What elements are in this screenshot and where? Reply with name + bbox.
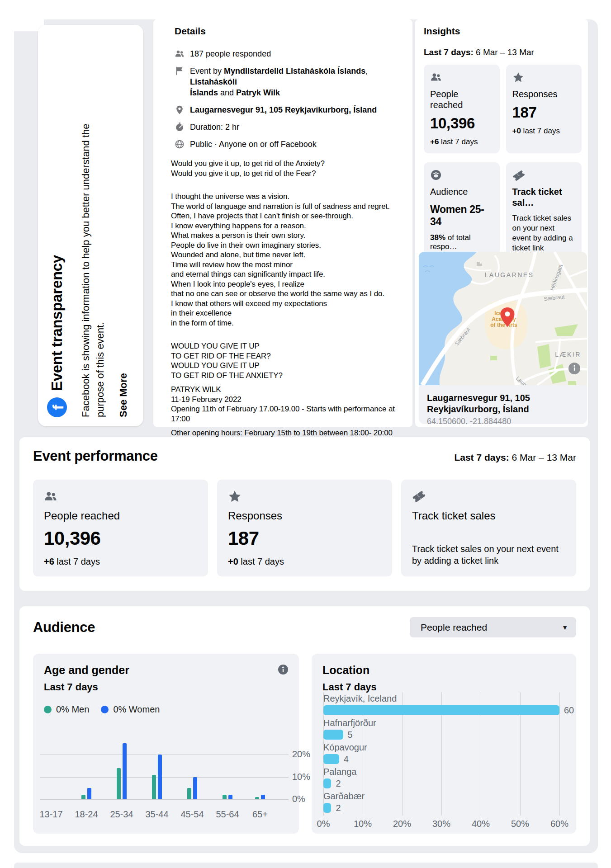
info-icon[interactable] <box>277 664 289 675</box>
details-panel: Details 187 people responded Event by My… <box>153 19 412 427</box>
location-value: 2 <box>336 803 341 813</box>
location-value: 5 <box>348 730 353 740</box>
age-gender-plot: 0%10%20%13-1718-2425-3435-4445-5455-6465… <box>33 722 299 834</box>
x-axis-label: 20% <box>388 819 416 829</box>
insight-card-audience[interactable]: Audience Women 25-34 38% of total respo… <box>424 162 500 260</box>
map-card: LAUGARNES LÆKIR Sæbraut Sæbraut Héðinsga… <box>419 252 587 424</box>
metric-dropdown-value: People reached <box>421 622 487 633</box>
map-address: Laugarnesvegur 91, 105 Reykjavíkurborg, … <box>427 392 579 415</box>
card-value: 187 <box>512 104 576 121</box>
map-area-label: LAUGARNES <box>485 271 534 278</box>
details-heading: Details <box>175 26 402 37</box>
ticket-icon <box>412 490 565 503</box>
globe-icon <box>175 139 185 149</box>
men-legend-dot <box>44 706 52 713</box>
x-axis-label: 0% <box>310 819 337 829</box>
performance-period: Last 7 days: 6 Mar – 13 Mar <box>454 452 576 463</box>
event-description-paragraph: I thought the universe was a vision. The… <box>171 192 402 328</box>
insight-card-ticket-sales[interactable]: Track ticket sal… Track ticket sales on … <box>506 162 582 260</box>
insights-period: Last 7 days: 6 Mar – 13 Mar <box>424 47 582 57</box>
location-pin-icon <box>175 105 185 115</box>
flag-icon <box>175 66 185 76</box>
women-bar <box>158 755 162 799</box>
card-delta: +0 last 7 days <box>512 127 576 136</box>
legend-item-women: 0% Women <box>101 704 160 715</box>
x-axis-label: 30% <box>428 819 455 829</box>
men-bar <box>117 768 121 799</box>
metric-dropdown[interactable]: People reached ▼ <box>410 617 576 637</box>
insight-card-people-reached[interactable]: People reached 10,396 +6 last 7 days <box>424 65 500 153</box>
audience-paw-icon <box>430 169 493 181</box>
performance-card-ticket-sales[interactable]: Track ticket sales Track ticket sales on… <box>401 480 576 576</box>
x-axis-label: 55-64 <box>209 809 246 820</box>
location-label: Reykjavík, Iceland <box>323 693 397 704</box>
insights-card-grid: People reached 10,396 +6 last 7 days Res… <box>424 65 582 260</box>
card-title: People reached <box>430 89 493 110</box>
detail-row-duration: Duration: 2 hr <box>175 122 402 132</box>
stopwatch-icon <box>175 122 185 132</box>
transparency-see-more-link[interactable]: See More <box>118 34 129 417</box>
age-gender-chart-card: Age and gender Last 7 days 0% Men 0% Wom… <box>33 654 299 834</box>
men-bar <box>223 795 227 799</box>
location-label: Garðabær <box>323 791 365 802</box>
location-plot: 0%10%20%30%40%50%60%Reykjavík, Iceland60… <box>312 690 576 834</box>
women-bar <box>261 795 265 799</box>
women-bar <box>228 795 232 799</box>
location-bar <box>323 778 331 788</box>
insight-card-responses[interactable]: Responses 187 +0 last 7 days <box>506 65 582 153</box>
card-delta: +6 last 7 days <box>430 137 493 146</box>
chevron-down-icon: ▼ <box>562 624 568 631</box>
card-title: Responses <box>228 509 381 522</box>
card-title: People reached <box>44 509 197 522</box>
ticket-icon <box>512 169 576 181</box>
card-value: 187 <box>228 528 381 549</box>
y-axis-label: 0% <box>292 794 305 804</box>
card-value: Women 25-34 <box>430 203 493 228</box>
chart-gridline <box>40 777 289 778</box>
card-title: Track ticket sal… <box>512 186 576 208</box>
people-icon <box>44 490 197 503</box>
map[interactable]: LAUGARNES LÆKIR Sæbraut Sæbraut Héðinsga… <box>419 252 587 385</box>
event-transparency-card: f Event transparency Facebook is showing… <box>38 25 143 426</box>
location-bar <box>323 754 339 764</box>
detail-row-text: Event by Myndlistardeild Listaháskóla Ís… <box>190 66 402 98</box>
transparency-body: Facebook is showing information to help … <box>79 101 108 417</box>
women-bar <box>193 777 197 800</box>
performance-card-responses[interactable]: Responses 187 +0 last 7 days <box>217 480 392 576</box>
background-sliver <box>14 863 598 868</box>
men-bar <box>152 775 156 799</box>
facebook-logo-icon: f <box>47 397 67 417</box>
facebook-event-insights-page: f Event transparency Facebook is showing… <box>0 0 611 868</box>
chart-legend: 0% Men 0% Women <box>44 704 160 715</box>
y-axis-label: 10% <box>292 772 310 782</box>
chart-title: Age and gender <box>44 664 288 677</box>
transparency-title: Event transparency <box>48 255 66 391</box>
event-description-paragraph: Would you give it up, to get rid of the … <box>171 159 402 178</box>
card-title: Track ticket sales <box>412 509 565 522</box>
people-icon <box>175 49 185 59</box>
chart-subtitle: Last 7 days <box>44 681 288 693</box>
location-bar <box>323 803 331 813</box>
card-title: Responses <box>512 89 576 99</box>
insights-panel: Insights Last 7 days: 6 Mar – 13 Mar Peo… <box>415 19 588 427</box>
card-title: Audience <box>430 186 493 197</box>
location-value: 2 <box>336 778 341 789</box>
women-bar <box>87 788 91 799</box>
chart-gridline <box>559 692 560 816</box>
location-chart-card: Location Last 7 days 0%10%20%30%40%50%60… <box>312 654 576 834</box>
people-icon <box>430 71 493 83</box>
detail-row-address: Laugarnesvegur 91, 105 Reykjavíkurborg, … <box>175 104 402 115</box>
y-axis-label: 20% <box>292 749 310 760</box>
detail-row-text: Public · Anyone on or off Facebook <box>190 139 317 150</box>
rotated-content: f Event transparency Facebook is showing… <box>47 34 134 417</box>
detail-row-text: Laugarnesvegur 91, 105 Reykjavíkurborg, … <box>190 104 377 115</box>
map-coordinates: 64.150600, -21.884480 <box>427 417 579 424</box>
chart-gridline <box>40 799 289 800</box>
map-area-label: LÆKIR <box>555 351 581 358</box>
star-icon <box>228 490 381 503</box>
legend-item-men: 0% Men <box>44 704 89 715</box>
map-info-icon <box>568 363 580 374</box>
performance-card-people-reached[interactable]: People reached 10,396 +6 last 7 days <box>33 480 208 576</box>
x-axis-label: 35-44 <box>139 809 175 820</box>
card-body: Track ticket sales on your next event by… <box>412 543 565 566</box>
